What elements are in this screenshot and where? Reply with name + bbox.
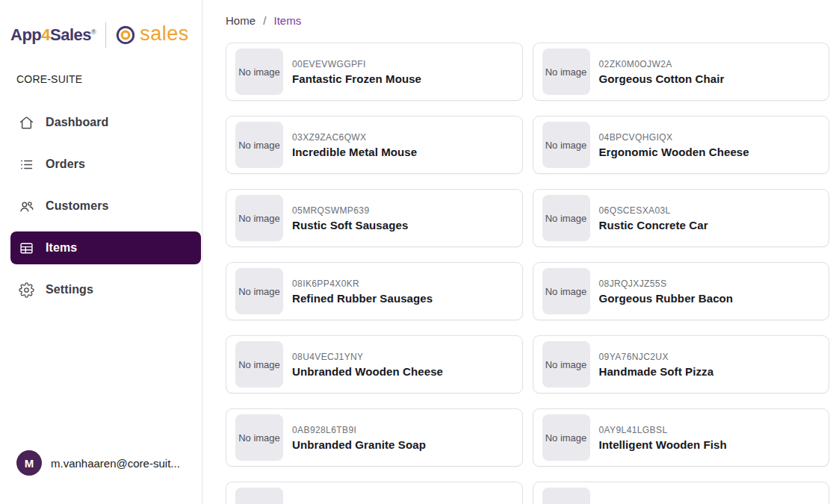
no-image-label: No image <box>545 66 587 78</box>
items-grid: No image 00EVEVWGGPFI Fantastic Frozen M… <box>203 43 839 504</box>
item-code: 0AB928L6TB9I <box>292 425 426 435</box>
no-image-placeholder: No image <box>235 341 283 388</box>
user-account[interactable]: M m.vanhaaren@core-suit... <box>16 450 180 476</box>
user-avatar: M <box>16 450 42 476</box>
item-name: Gorgeous Rubber Bacon <box>599 292 734 305</box>
item-name: Rustic Soft Sausages <box>292 219 408 231</box>
workspace-label: CORE-SUITE <box>0 49 202 85</box>
sidebar-item-label: Items <box>46 241 77 255</box>
item-meta: 02ZK0M0OJW2A Gorgeous Cotton Chair <box>599 59 725 85</box>
sidebar-item-customers[interactable]: Customers <box>10 190 201 223</box>
item-code: 08IK6PP4X0KR <box>292 279 433 289</box>
no-image-label: No image <box>238 140 280 151</box>
item-card[interactable]: No image 00EVEVWGGPFI Fantastic Frozen M… <box>226 43 523 101</box>
no-image-label: No image <box>238 286 280 297</box>
sidebar: App4Sales® sales CORE-SUITE Dashboard <box>0 0 202 504</box>
no-image-label: No image <box>238 66 280 78</box>
item-code: 04BPCVQHGIQX <box>599 132 749 143</box>
item-meta: 00EVEVWGGPFI Fantastic Frozen Mouse <box>292 59 421 85</box>
item-card[interactable]: No image 05MRQSWMP639 Rustic Soft Sausag… <box>226 189 523 247</box>
no-image-label: No image <box>238 432 280 444</box>
no-image-label: No image <box>545 359 587 370</box>
settings-gear-icon <box>19 282 34 298</box>
logo-divider <box>105 22 106 48</box>
no-image-placeholder: No image <box>235 268 283 314</box>
no-image-placeholder: No image <box>235 488 283 504</box>
item-name: Incredible Metal Mouse <box>292 146 417 158</box>
app4sales-wordmark: App4Sales® <box>10 25 96 45</box>
sales-target-icon <box>116 25 135 45</box>
item-card[interactable]: No image 06QSCESXA03L Rustic Concrete Ca… <box>533 189 830 247</box>
item-meta: 09YA76NJC2UX Handmade Soft Pizza <box>599 352 714 378</box>
item-code: 05MRQSWMP639 <box>292 205 408 216</box>
no-image-label: No image <box>545 140 587 151</box>
user-email: m.vanhaaren@core-suit... <box>51 457 180 470</box>
item-name: Ergonomic Wooden Cheese <box>599 146 749 158</box>
item-card[interactable]: No image 08U4VECJ1YNY Unbranded Wooden C… <box>226 335 523 393</box>
sidebar-item-label: Settings <box>46 283 93 296</box>
item-code: 08U4VECJ1YNY <box>292 352 443 362</box>
item-card[interactable]: No image 0G2MABUM08QJ <box>533 482 830 504</box>
item-meta: 08JRQJXJZ55S Gorgeous Rubber Bacon <box>599 279 734 305</box>
home-icon <box>19 115 34 131</box>
no-image-label: No image <box>545 432 587 444</box>
app-logo: App4Sales® sales <box>0 0 202 49</box>
item-meta: 0AB928L6TB9I Unbranded Granite Soap <box>292 425 426 451</box>
item-card[interactable]: No image 09YA76NJC2UX Handmade Soft Pizz… <box>533 335 830 393</box>
item-card[interactable]: No image 08IK6PP4X0KR Refined Rubber Sau… <box>226 262 523 320</box>
no-image-placeholder: No image <box>235 49 283 95</box>
no-image-placeholder: No image <box>542 195 590 241</box>
sales-wordmark: sales <box>140 24 189 46</box>
app-window: App4Sales® sales CORE-SUITE Dashboard <box>0 0 839 504</box>
no-image-placeholder: No image <box>542 122 590 168</box>
no-image-placeholder: No image <box>542 49 590 95</box>
item-card[interactable]: No image 08JRQJXJZ55S Gorgeous Rubber Ba… <box>533 262 830 320</box>
no-image-placeholder: No image <box>235 414 283 461</box>
no-image-placeholder: No image <box>235 122 283 168</box>
item-card[interactable]: No image 03XZ9ZAC6QWX Incredible Metal M… <box>226 116 523 174</box>
sidebar-menu: Dashboard Orders Customers <box>0 106 202 306</box>
no-image-label: No image <box>545 286 587 297</box>
sidebar-item-settings[interactable]: Settings <box>10 273 201 306</box>
customers-icon <box>19 199 34 214</box>
sidebar-item-label: Dashboard <box>46 116 108 129</box>
breadcrumb: Home / Items <box>203 0 839 43</box>
item-code: 09YA76NJC2UX <box>599 352 714 362</box>
item-card[interactable]: No image 0DQKJEG65YZI <box>226 482 523 504</box>
item-card[interactable]: No image 0AB928L6TB9I Unbranded Granite … <box>226 408 523 467</box>
item-meta: 06QSCESXA03L Rustic Concrete Car <box>599 205 708 231</box>
item-meta: 05MRQSWMP639 Rustic Soft Sausages <box>292 205 408 231</box>
item-code: 02ZK0M0OJW2A <box>599 59 725 69</box>
breadcrumb-current: Items <box>274 14 302 27</box>
item-name: Unbranded Wooden Cheese <box>292 365 443 378</box>
item-name: Rustic Concrete Car <box>599 219 708 231</box>
item-card[interactable]: No image 0AY9L41LGBSL Intelligent Wooden… <box>533 408 830 467</box>
items-table-icon <box>19 240 34 256</box>
item-name: Intelligent Wooden Fish <box>599 438 727 451</box>
item-meta: 03XZ9ZAC6QWX Incredible Metal Mouse <box>292 132 417 158</box>
item-meta: 08U4VECJ1YNY Unbranded Wooden Cheese <box>292 352 443 378</box>
item-card[interactable]: No image 04BPCVQHGIQX Ergonomic Wooden C… <box>533 116 830 174</box>
sidebar-item-dashboard[interactable]: Dashboard <box>10 106 201 139</box>
item-meta: 0AY9L41LGBSL Intelligent Wooden Fish <box>599 425 727 451</box>
item-meta: 08IK6PP4X0KR Refined Rubber Sausages <box>292 279 433 305</box>
no-image-placeholder: No image <box>235 195 283 241</box>
sidebar-item-orders[interactable]: Orders <box>10 148 201 181</box>
no-image-label: No image <box>545 213 587 224</box>
breadcrumb-separator: / <box>263 14 266 27</box>
sidebar-item-items[interactable]: Items <box>10 231 201 264</box>
no-image-placeholder: No image <box>542 268 590 314</box>
item-card[interactable]: No image 02ZK0M0OJW2A Gorgeous Cotton Ch… <box>533 43 830 101</box>
registered-mark: ® <box>91 28 96 36</box>
item-name: Fantastic Frozen Mouse <box>292 72 421 85</box>
item-meta: 04BPCVQHGIQX Ergonomic Wooden Cheese <box>599 132 749 158</box>
sidebar-item-label: Customers <box>46 199 108 213</box>
item-code: 00EVEVWGGPFI <box>292 59 421 69</box>
breadcrumb-home-link[interactable]: Home <box>226 14 256 27</box>
item-code: 08JRQJXJZ55S <box>599 279 734 289</box>
no-image-label: No image <box>238 213 280 224</box>
no-image-placeholder: No image <box>542 414 590 461</box>
main-content: Home / Items No image 00EVEVWGGPFI Fanta… <box>203 0 839 504</box>
no-image-label: No image <box>238 359 280 370</box>
no-image-placeholder: No image <box>542 488 590 504</box>
